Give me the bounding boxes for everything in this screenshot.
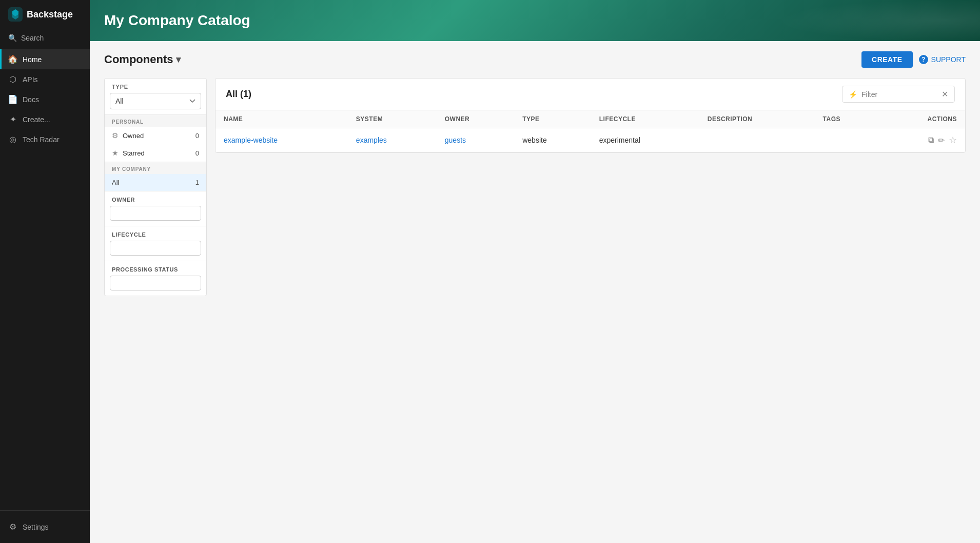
owned-gear-icon: ⚙	[112, 131, 119, 140]
type-label: Type	[105, 79, 206, 93]
sidebar-item-tech-radar-label: Tech Radar	[23, 135, 60, 144]
data-table: NAME SYSTEM OWNER TYPE LIFECYCLE DESCRIP…	[215, 110, 965, 152]
support-button[interactable]: ? SUPPORT	[919, 55, 966, 64]
cell-lifecycle: experimental	[591, 128, 699, 152]
page-heading: Components ▾	[104, 53, 181, 66]
cell-owner: guests	[437, 128, 514, 152]
my-company-label: MY COMPANY	[105, 162, 206, 174]
owned-count: 0	[195, 132, 199, 140]
cell-type: website	[514, 128, 591, 152]
app-name: Backstage	[27, 9, 73, 20]
sidebar-item-tech-radar[interactable]: ◎ Tech Radar	[0, 129, 90, 149]
col-tags: TAGS	[815, 110, 879, 128]
table-header-bar: All (1) ⚡ ✕	[215, 79, 965, 110]
all-count-label: All (1)	[226, 89, 251, 100]
cell-tags	[815, 128, 879, 152]
type-select-wrapper: All Service Website Library Documentatio…	[105, 93, 206, 114]
lifecycle-select[interactable]	[110, 241, 201, 256]
col-owner: OWNER	[437, 110, 514, 128]
lifecycle-section: LIFECYCLE	[105, 226, 206, 261]
filter-item-owned[interactable]: ⚙ Owned 0	[105, 127, 206, 144]
filter-item-all[interactable]: All 1	[105, 174, 206, 191]
sidebar-item-create-label: Create...	[23, 115, 50, 124]
backstage-logo-icon	[8, 7, 23, 22]
sidebar-item-settings[interactable]: ⚙ Settings	[0, 517, 90, 537]
sidebar-bottom: ⚙ Settings	[0, 510, 90, 543]
create-button[interactable]: CREATE	[861, 51, 913, 68]
cell-actions: ⧉ ✏ ☆	[879, 128, 965, 152]
search-icon: 🔍	[8, 34, 17, 42]
col-description: DESCRIPTION	[699, 110, 815, 128]
col-system: SYSTEM	[348, 110, 437, 128]
type-filter-section: Type All Service Website Library Documen…	[105, 79, 206, 114]
all-label: All	[112, 179, 119, 186]
support-label: SUPPORT	[931, 55, 966, 64]
col-actions: ACTIONS	[879, 110, 965, 128]
toolbar-actions: CREATE ? SUPPORT	[861, 51, 966, 68]
settings-icon: ⚙	[8, 522, 17, 532]
filter-input-wrapper: ⚡ ✕	[842, 86, 955, 103]
table-header: NAME SYSTEM OWNER TYPE LIFECYCLE DESCRIP…	[215, 110, 965, 128]
docs-icon: 📄	[8, 94, 17, 104]
owned-item-left: ⚙ Owned	[112, 131, 144, 140]
cell-name: example-website	[215, 128, 348, 152]
starred-item-left: ★ Starred	[112, 149, 145, 157]
owned-label: Owned	[123, 132, 144, 140]
sidebar-item-docs-label: Docs	[23, 95, 39, 104]
personal-section: PERSONAL ⚙ Owned 0 ★ Starred 0	[105, 114, 206, 162]
all-count: 1	[195, 179, 199, 186]
sidebar-nav: 🏠 Home ⬡ APIs 📄 Docs ✦ Create... ◎ Tech …	[0, 47, 90, 510]
active-indicator	[0, 49, 2, 69]
filter-panel: Type All Service Website Library Documen…	[104, 78, 207, 296]
edit-icon[interactable]: ✏	[938, 135, 945, 145]
content-area: Components ▾ CREATE ? SUPPORT Type Al	[90, 41, 980, 543]
col-name: NAME	[215, 110, 348, 128]
table-body: example-website examples guests website …	[215, 128, 965, 152]
support-circle-icon: ?	[919, 55, 928, 64]
toolbar: Components ▾ CREATE ? SUPPORT	[104, 51, 966, 68]
processing-status-select[interactable]	[110, 276, 201, 290]
page-heading-text: Components	[104, 53, 173, 66]
starred-count: 0	[195, 149, 199, 157]
filter-item-starred[interactable]: ★ Starred 0	[105, 144, 206, 162]
favorite-star-icon[interactable]: ☆	[949, 134, 957, 146]
sidebar-item-apis-label: APIs	[23, 75, 38, 84]
owner-link[interactable]: guests	[445, 136, 466, 144]
main-area: My Company Catalog Components ▾ CREATE ?…	[90, 0, 980, 543]
sidebar-item-settings-label: Settings	[23, 523, 49, 531]
table-row: example-website examples guests website …	[215, 128, 965, 152]
col-lifecycle: LIFECYCLE	[591, 110, 699, 128]
header-banner: My Company Catalog	[90, 0, 980, 41]
table-area: All (1) ⚡ ✕ NAME SYSTEM OWNER TYPE	[215, 78, 966, 153]
name-link[interactable]: example-website	[224, 136, 278, 144]
home-icon: 🏠	[8, 54, 17, 64]
processing-status-label: PROCESSING STATUS	[110, 266, 201, 273]
open-external-icon[interactable]: ⧉	[928, 135, 934, 145]
filter-input[interactable]	[861, 90, 937, 99]
sidebar-item-apis[interactable]: ⬡ APIs	[0, 69, 90, 89]
owner-select[interactable]	[110, 206, 201, 221]
create-icon: ✦	[8, 114, 17, 124]
sidebar-item-home-label: Home	[23, 55, 42, 64]
sidebar-item-create[interactable]: ✦ Create...	[0, 109, 90, 129]
cell-system: examples	[348, 128, 437, 152]
search-button[interactable]: 🔍 Search	[0, 29, 90, 47]
filter-clear-button[interactable]: ✕	[942, 89, 948, 99]
processing-status-section: PROCESSING STATUS	[105, 261, 206, 296]
personal-label: PERSONAL	[105, 115, 206, 127]
my-company-section: MY COMPANY All 1	[105, 162, 206, 191]
all-item-left: All	[112, 179, 119, 186]
app-logo[interactable]: Backstage	[0, 0, 90, 29]
page-title: My Company Catalog	[104, 12, 250, 29]
owner-section: OWNER	[105, 191, 206, 226]
col-type: TYPE	[514, 110, 591, 128]
type-select[interactable]: All Service Website Library Documentatio…	[110, 93, 201, 109]
filter-funnel-icon: ⚡	[849, 90, 857, 99]
sidebar: Backstage 🔍 Search 🏠 Home ⬡ APIs 📄 Docs …	[0, 0, 90, 543]
heading-chevron-icon: ▾	[176, 54, 181, 65]
system-link[interactable]: examples	[356, 136, 387, 144]
sidebar-item-docs[interactable]: 📄 Docs	[0, 89, 90, 109]
sidebar-item-home[interactable]: 🏠 Home	[0, 49, 90, 69]
owner-label: OWNER	[110, 197, 201, 203]
action-icons: ⧉ ✏ ☆	[887, 134, 957, 146]
